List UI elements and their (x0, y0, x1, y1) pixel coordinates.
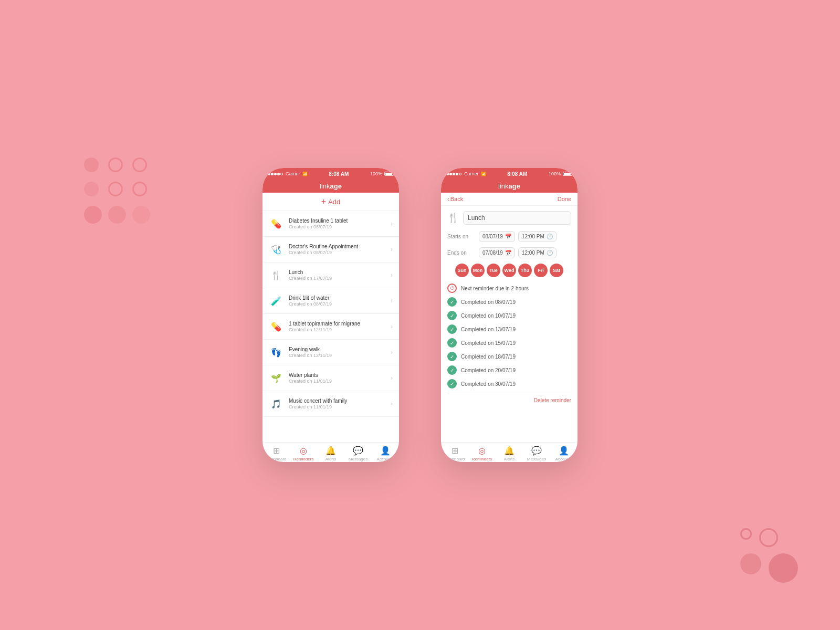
reminder-title-4: 1 tablet topiramate for migrane (289, 321, 385, 327)
calendar-icon-ends: 📅 (505, 250, 511, 256)
completion-text-5: Completed on 20/07/19 (461, 368, 516, 373)
bottom-nav-right: ⊞ Dashboard ◎ Reminders 🔔 Alerts 💬 Messa… (441, 442, 578, 462)
reminder-title-0: Diabetes Insuline 1 tablet (289, 218, 385, 224)
alerts-icon-right: 🔔 (504, 446, 514, 456)
delete-reminder-button[interactable]: Delete reminder (447, 393, 571, 407)
reminder-item[interactable]: 👣 Evening walk Created on 12/11/19 › (262, 340, 399, 365)
nav-alerts-right[interactable]: 🔔 Alerts (496, 446, 523, 461)
reminder-title-6: Water plants (289, 372, 385, 378)
reminder-title-2: Lunch (289, 269, 385, 275)
status-bar-right: Carrier 📶 8:08 AM 100% (441, 168, 578, 180)
time-left: 8:08 AM (329, 171, 349, 177)
reminders-icon-left: ◎ (300, 446, 307, 456)
nav-alerts-left[interactable]: 🔔 Alerts (317, 446, 344, 461)
nav-accounts-left[interactable]: 👤 Accounts (372, 446, 399, 461)
day-pill-tue[interactable]: Tue (487, 264, 500, 277)
battery-pct-right: 100% (549, 171, 561, 176)
completion-item-2: ✓ Completed on 13/07/19 (447, 324, 571, 334)
completed-icon-0: ✓ (447, 297, 457, 307)
reminder-item[interactable]: 🎵 Music concert with family Created on 1… (262, 391, 399, 417)
nav-dashboard-left[interactable]: ⊞ Dashboard (262, 446, 290, 461)
completion-item-4: ✓ Completed on 18/07/19 (447, 352, 571, 361)
phone-left: Carrier 📶 8:08 AM 100% linkage + Add 💊 (262, 168, 399, 462)
phones-wrapper: Carrier 📶 8:08 AM 100% linkage + Add 💊 (262, 168, 578, 462)
ends-date-value: 07/08/19 (482, 250, 503, 256)
nav-dashboard-right[interactable]: ⊞ Dashboard (441, 446, 468, 461)
done-button[interactable]: Done (558, 196, 571, 202)
reminder-chevron-5: › (391, 349, 393, 356)
day-pill-thu[interactable]: Thu (518, 264, 532, 277)
completion-text-3: Completed on 15/07/19 (461, 340, 516, 346)
time-right: 8:08 AM (507, 171, 527, 177)
ends-on-row: Ends on 07/08/19 📅 12:00 PM 🕐 (447, 247, 571, 258)
accounts-icon-right: 👤 (559, 446, 569, 456)
completed-icon-6: ✓ (447, 379, 457, 388)
back-button[interactable]: ‹ Back (447, 196, 463, 202)
nav-messages-right[interactable]: 💬 Messages (523, 446, 550, 461)
back-label: Back (450, 196, 463, 202)
reminder-info-1: Doctor's Routine Appointment Created on … (289, 244, 385, 255)
reminder-item[interactable]: 🧪 Drink 1lit of water Created on 08/07/1… (262, 288, 399, 314)
app-name-link: link (320, 182, 330, 190)
phone-left-content: + Add 💊 Diabetes Insuline 1 tablet Creat… (262, 193, 399, 462)
starts-date-input[interactable]: 08/07/19 📅 (479, 231, 515, 242)
reminder-title-input[interactable] (463, 211, 571, 225)
reminder-info-3: Drink 1lit of water Created on 08/07/19 (289, 295, 385, 307)
completion-text-6: Completed on 30/07/19 (461, 381, 516, 387)
reminder-item[interactable]: 🍴 Lunch Created on 17/07/19 › (262, 262, 399, 288)
day-pill-wed[interactable]: Wed (502, 264, 516, 277)
reminder-item[interactable]: 🌱 Water plants Created on 11/01/19 › (262, 365, 399, 391)
nav-reminders-left[interactable]: ◎ Reminders (290, 446, 317, 461)
reminder-info-6: Water plants Created on 11/01/19 (289, 372, 385, 384)
app-bar-left: linkage (262, 180, 399, 193)
day-pill-sun[interactable]: Sun (455, 264, 469, 277)
reminder-item[interactable]: 💊 Diabetes Insuline 1 tablet Created on … (262, 211, 399, 237)
battery-icon-left (384, 172, 394, 176)
phone-right-content: ‹ Back Done 🍴 Starts on 08/07/19 📅 (441, 193, 578, 462)
ends-time-input[interactable]: 12:00 PM 🕐 (518, 247, 556, 258)
starts-on-label: Starts on (447, 234, 479, 239)
carrier-left: Carrier (286, 171, 300, 176)
reminder-info-7: Music concert with family Created on 11/… (289, 398, 385, 410)
reminder-icon-2: 🍴 (269, 268, 284, 282)
status-bar-left: Carrier 📶 8:08 AM 100% (262, 168, 399, 180)
back-chevron-icon: ‹ (447, 196, 449, 202)
carrier-right: Carrier (464, 171, 479, 176)
decorative-dots-left (84, 158, 147, 224)
ends-date-input[interactable]: 07/08/19 📅 (479, 247, 515, 258)
nav-messages-left[interactable]: 💬 Messages (344, 446, 372, 461)
completion-item-6: ✓ Completed on 30/07/19 (447, 379, 571, 388)
reminder-date-7: Created on 11/01/19 (289, 404, 385, 410)
reminder-date-4: Created on 12/11/19 (289, 327, 385, 332)
detail-nav: ‹ Back Done (441, 193, 578, 206)
dashboard-icon-right: ⊞ (452, 446, 458, 456)
reminder-item[interactable]: 💊 1 tablet topiramate for migrane Create… (262, 314, 399, 340)
nav-accounts-right[interactable]: 👤 Accounts (550, 446, 578, 461)
starts-time-input[interactable]: 12:00 PM 🕐 (518, 231, 556, 242)
lunch-icon: 🍴 (447, 212, 459, 224)
plus-icon: + (321, 197, 326, 206)
completion-item-3: ✓ Completed on 15/07/19 (447, 338, 571, 348)
day-pill-mon[interactable]: Mon (471, 264, 485, 277)
starts-on-row: Starts on 08/07/19 📅 12:00 PM 🕐 (447, 231, 571, 242)
reminder-icon-5: 👣 (269, 345, 284, 360)
ends-on-label: Ends on (447, 250, 479, 256)
add-label: Add (328, 198, 340, 206)
reminder-info-5: Evening walk Created on 12/11/19 (289, 346, 385, 358)
completed-icon-2: ✓ (447, 324, 457, 334)
add-button[interactable]: + Add (262, 193, 399, 211)
wifi-icon-right: 📶 (481, 172, 486, 176)
reminder-title-5: Evening walk (289, 346, 385, 352)
reminder-item[interactable]: 🩺 Doctor's Routine Appointment Created o… (262, 237, 399, 262)
app-bar-right: linkage (441, 180, 578, 193)
starts-time-value: 12:00 PM (522, 234, 544, 239)
day-pill-fri[interactable]: Fri (534, 264, 548, 277)
completion-text-0: Completed on 08/07/19 (461, 299, 516, 305)
completed-icon-5: ✓ (447, 365, 457, 375)
nav-reminders-right[interactable]: ◎ Reminders (468, 446, 496, 461)
reminder-icon-7: 🎵 (269, 396, 284, 411)
reminders-icon-right: ◎ (478, 446, 486, 456)
completion-text-1: Completed on 10/07/19 (461, 313, 516, 319)
day-pill-sat[interactable]: Sat (550, 264, 563, 277)
next-reminder-text: Next reminder due in 2 hours (461, 286, 529, 291)
